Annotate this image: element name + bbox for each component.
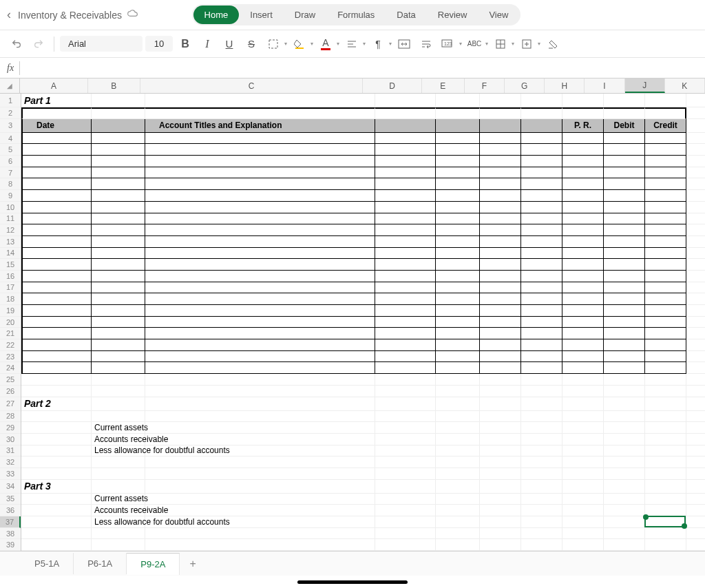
cell-C21[interactable] xyxy=(145,328,375,339)
cell-C38[interactable] xyxy=(145,528,375,540)
cell-D11[interactable] xyxy=(375,213,436,225)
cell-A14[interactable] xyxy=(21,248,92,260)
cell-G12[interactable] xyxy=(521,224,562,236)
cell-A5[interactable] xyxy=(21,144,92,156)
cell-E17[interactable] xyxy=(436,282,480,294)
cell-I27[interactable] xyxy=(604,397,645,411)
cell-G20[interactable] xyxy=(521,317,562,328)
cell-A34[interactable]: Part 3 xyxy=(21,480,92,494)
cell-J20[interactable] xyxy=(645,317,686,328)
cell-C10[interactable] xyxy=(145,202,375,213)
cell-H19[interactable] xyxy=(562,305,604,317)
col-header-G[interactable]: G xyxy=(505,78,545,93)
cell-F11[interactable] xyxy=(480,213,521,225)
cell-D14[interactable] xyxy=(375,248,436,260)
row-header-34[interactable]: 34 xyxy=(0,480,21,494)
col-header-A[interactable]: A xyxy=(20,78,88,93)
cell-E31[interactable] xyxy=(436,445,480,457)
cell-B18[interactable] xyxy=(92,293,145,305)
row-header-33[interactable]: 33 xyxy=(0,468,21,480)
bold-button[interactable]: B xyxy=(176,34,195,54)
cell-G36[interactable] xyxy=(521,505,562,516)
sheet-tab-p6-1a[interactable]: P6-1A xyxy=(74,553,127,574)
cell-J6[interactable] xyxy=(645,156,686,167)
cell-H20[interactable] xyxy=(562,317,604,328)
cell-D19[interactable] xyxy=(375,305,436,317)
cell-B32[interactable] xyxy=(92,456,145,468)
cell-B28[interactable] xyxy=(92,411,145,423)
cell-D5[interactable] xyxy=(375,144,436,156)
row-header-24[interactable]: 24 xyxy=(0,362,21,374)
row-header-32[interactable]: 32 xyxy=(0,456,21,468)
cell-H34[interactable] xyxy=(562,480,604,494)
cell-H11[interactable] xyxy=(562,213,604,225)
cell-F2[interactable] xyxy=(480,107,521,119)
cell-K32[interactable] xyxy=(686,456,705,468)
cell-B10[interactable] xyxy=(92,202,145,213)
cell-J21[interactable] xyxy=(645,328,686,339)
cell-F28[interactable] xyxy=(480,411,521,423)
cell-B25[interactable] xyxy=(92,374,145,386)
cell-G25[interactable] xyxy=(521,374,562,386)
cell-H4[interactable] xyxy=(562,133,604,145)
cell-G37[interactable] xyxy=(521,516,562,528)
cell-I19[interactable] xyxy=(604,305,645,317)
cell-B22[interactable] xyxy=(92,339,145,351)
cell-A31[interactable] xyxy=(21,445,92,457)
cell-J32[interactable] xyxy=(645,456,686,468)
cell-A25[interactable] xyxy=(21,374,92,386)
row-header-39[interactable]: 39 xyxy=(0,539,21,551)
cell-E12[interactable] xyxy=(436,224,480,236)
cell-A32[interactable] xyxy=(21,456,92,468)
cell-D21[interactable] xyxy=(375,328,436,339)
cell-I3[interactable]: Debit xyxy=(604,119,645,133)
cell-G24[interactable] xyxy=(521,362,562,374)
cell-K29[interactable] xyxy=(686,422,705,434)
cell-C9[interactable] xyxy=(145,190,375,202)
cell-A11[interactable] xyxy=(21,213,92,225)
cell-A36[interactable] xyxy=(21,505,92,516)
cell-G13[interactable] xyxy=(521,236,562,248)
cell-K17[interactable] xyxy=(686,282,705,294)
cell-H26[interactable] xyxy=(562,386,604,397)
tab-view[interactable]: View xyxy=(478,6,519,24)
cell-K26[interactable] xyxy=(686,386,705,397)
cell-A35[interactable] xyxy=(21,494,92,505)
cell-E8[interactable] xyxy=(436,178,480,190)
cell-C29[interactable] xyxy=(145,422,375,434)
cell-C7[interactable] xyxy=(145,167,375,179)
cell-D2[interactable] xyxy=(375,107,436,119)
cell-J18[interactable] xyxy=(645,293,686,305)
row-header-38[interactable]: 38 xyxy=(0,528,21,540)
wrap-text-icon[interactable] xyxy=(417,34,436,54)
cell-G34[interactable] xyxy=(521,480,562,494)
col-header-J[interactable]: J xyxy=(625,78,665,93)
cell-I10[interactable] xyxy=(604,202,645,213)
row-header-6[interactable]: 6 xyxy=(0,156,21,167)
cell-A23[interactable] xyxy=(21,351,92,363)
row-header-8[interactable]: 8 xyxy=(0,178,21,190)
cell-A15[interactable] xyxy=(21,259,92,271)
cell-K35[interactable] xyxy=(686,494,705,505)
cell-K12[interactable] xyxy=(686,224,705,236)
cell-G11[interactable] xyxy=(521,213,562,225)
cell-K28[interactable] xyxy=(686,411,705,423)
cell-J10[interactable] xyxy=(645,202,686,213)
cell-J39[interactable] xyxy=(645,539,686,551)
cell-F5[interactable] xyxy=(480,144,521,156)
cell-C24[interactable] xyxy=(145,362,375,374)
cell-E2[interactable] xyxy=(436,107,480,119)
cell-B39[interactable] xyxy=(92,539,145,551)
cell-C27[interactable] xyxy=(145,397,375,411)
cell-D38[interactable] xyxy=(375,528,436,540)
cell-K33[interactable] xyxy=(686,468,705,480)
cell-E1[interactable] xyxy=(436,94,480,107)
cell-I9[interactable] xyxy=(604,190,645,202)
cell-J17[interactable] xyxy=(645,282,686,294)
cell-H22[interactable] xyxy=(562,339,604,351)
cell-J1[interactable] xyxy=(645,94,686,107)
cell-G35[interactable] xyxy=(521,494,562,505)
cell-I37[interactable] xyxy=(604,516,645,528)
align-icon[interactable] xyxy=(342,34,361,54)
cell-I6[interactable] xyxy=(604,156,645,167)
